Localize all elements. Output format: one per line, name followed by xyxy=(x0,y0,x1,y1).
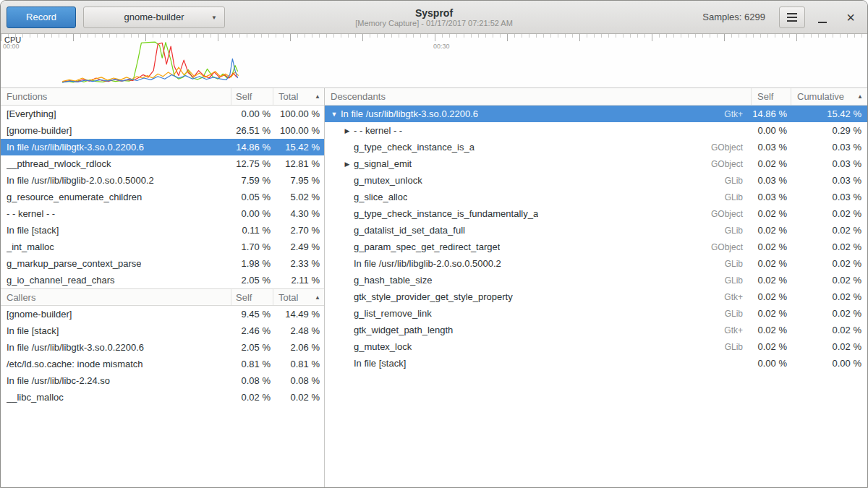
function-row[interactable]: g_resource_enumerate_children 0.05 % 5.0… xyxy=(1,189,324,205)
function-row[interactable]: - - kernel - - 0.00 % 4.30 % xyxy=(1,205,324,222)
descendant-row[interactable]: In file [stack] 0.00 % 0.00 % xyxy=(325,355,867,372)
function-name-cell: g_markup_parse_context_parse xyxy=(1,258,231,269)
indent-spacer xyxy=(328,346,341,347)
process-selector[interactable]: gnome-builder ▼ xyxy=(83,7,225,28)
self-percent: 7.59 % xyxy=(231,175,273,186)
descendant-row[interactable]: g_type_check_instance_is_a GObject 0.03 … xyxy=(325,139,867,155)
functions-self-column-header[interactable]: Self xyxy=(231,88,273,105)
function-row[interactable]: In file /usr/lib/libgtk-3.so.0.2200.6 14… xyxy=(1,139,324,155)
function-name: g_hash_table_size xyxy=(354,275,432,286)
library-category: GObject xyxy=(672,142,752,153)
descendant-row[interactable]: g_hash_table_size GLib 0.02 % 0.02 % xyxy=(325,272,867,288)
indent-spacer xyxy=(328,130,341,131)
descendant-row[interactable]: ▼ In file /usr/lib/libgtk-3.so.0.2200.6 … xyxy=(325,106,867,122)
indent-spacer xyxy=(328,330,341,330)
function-row[interactable]: In file /usr/lib/libglib-2.0.so.0.5000.2… xyxy=(1,172,324,189)
descendant-row[interactable]: g_slice_alloc GLib 0.03 % 0.03 % xyxy=(325,189,867,205)
descendant-row[interactable]: g_mutex_unlock GLib 0.03 % 0.03 % xyxy=(325,172,867,189)
menu-button[interactable] xyxy=(779,7,805,28)
record-button[interactable]: Record xyxy=(7,7,76,28)
function-row[interactable]: g_markup_parse_context_parse 1.98 % 2.33… xyxy=(1,255,324,272)
minimize-button[interactable] xyxy=(812,7,833,28)
caller-row[interactable]: In file /usr/lib/libc-2.24.so 0.08 % 0.0… xyxy=(1,372,324,389)
descendant-row[interactable]: In file /usr/lib/libglib-2.0.so.0.5000.2… xyxy=(325,255,867,272)
descendant-row[interactable]: gtk_style_provider_get_style_property Gt… xyxy=(325,288,867,305)
function-name: __pthread_rwlock_rdlock xyxy=(7,158,111,169)
descendant-row[interactable]: g_type_check_instance_is_fundamentally_a… xyxy=(325,205,867,222)
column-label: Callers xyxy=(7,292,35,303)
function-name-cell: g_type_check_instance_is_fundamentally_a xyxy=(325,208,672,219)
close-button[interactable]: × xyxy=(840,7,861,28)
total-percent: 7.95 % xyxy=(273,175,324,186)
self-percent: 0.02 % xyxy=(752,291,791,302)
function-row[interactable]: _int_malloc 1.70 % 2.49 % xyxy=(1,239,324,255)
caller-row[interactable]: In file /usr/lib/libgtk-3.so.0.2200.6 2.… xyxy=(1,339,324,356)
library-category: GObject xyxy=(672,242,752,252)
function-name-cell: __pthread_rwlock_rdlock xyxy=(1,158,231,169)
callers-total-column-header[interactable]: Total ▲ xyxy=(273,289,324,305)
function-name: In file /usr/lib/libc-2.24.so xyxy=(7,375,110,386)
tick-label-start: 00:00 xyxy=(3,43,20,50)
self-percent: 14.86 % xyxy=(752,108,791,119)
descendants-cumulative-column-header[interactable]: Cumulative ▲ xyxy=(791,88,867,105)
function-name: __libc_malloc xyxy=(7,392,64,403)
caller-row[interactable]: In file [stack] 2.46 % 2.48 % xyxy=(1,322,324,339)
indent-spacer xyxy=(328,296,341,297)
function-name-cell: g_type_check_instance_is_a xyxy=(325,142,672,153)
function-name-cell: g_param_spec_get_redirect_target xyxy=(325,241,672,252)
indent-spacer xyxy=(328,163,341,164)
caller-row[interactable]: __libc_malloc 0.02 % 0.02 % xyxy=(1,389,324,406)
cpu-timeline[interactable]: CPU 00:00 00:30 xyxy=(1,34,867,88)
process-selector-label: gnome-builder xyxy=(124,12,184,22)
descendant-row[interactable]: g_list_remove_link GLib 0.02 % 0.02 % xyxy=(325,305,867,322)
left-pane: Functions Self Total ▲ [Everything] 0.00… xyxy=(1,88,325,487)
descendant-row[interactable]: g_datalist_id_set_data_full GLib 0.02 % … xyxy=(325,222,867,239)
function-name-cell: [gnome-builder] xyxy=(1,309,231,320)
function-name: g_type_check_instance_is_fundamentally_a xyxy=(354,208,538,219)
library-category: GLib xyxy=(672,342,752,352)
cumulative-percent: 15.42 % xyxy=(791,108,867,119)
function-name-cell: In file [stack] xyxy=(1,325,231,336)
self-percent: 0.02 % xyxy=(752,341,791,352)
callers-column-header[interactable]: Callers xyxy=(1,289,231,305)
function-row[interactable]: In file [stack] 0.11 % 2.70 % xyxy=(1,222,324,239)
descendant-row[interactable]: gtk_widget_path_length Gtk+ 0.02 % 0.02 … xyxy=(325,322,867,338)
total-percent: 15.42 % xyxy=(273,142,324,153)
functions-column-header[interactable]: Functions xyxy=(1,88,231,105)
expander-icon[interactable]: ▶ xyxy=(341,160,354,168)
total-percent: 5.02 % xyxy=(273,192,324,202)
cumulative-percent: 0.02 % xyxy=(791,225,867,236)
cumulative-percent: 0.02 % xyxy=(791,308,867,319)
descendants-column-header[interactable]: Descendants xyxy=(325,88,752,105)
function-row[interactable]: [gnome-builder] 26.51 % 100.00 % xyxy=(1,122,324,139)
function-row[interactable]: [Everything] 0.00 % 100.00 % xyxy=(1,106,324,122)
expander-icon[interactable]: ▼ xyxy=(328,111,341,118)
caller-row[interactable]: /etc/ld.so.cache: inode mismatch 0.81 % … xyxy=(1,356,324,372)
library-category: GLib xyxy=(672,176,752,186)
function-row[interactable]: g_io_channel_read_chars 2.05 % 2.11 % xyxy=(1,272,324,288)
expander-icon[interactable]: ▶ xyxy=(341,127,354,134)
callers-self-column-header[interactable]: Self xyxy=(231,289,273,305)
cumulative-percent: 0.03 % xyxy=(791,192,867,202)
function-name-cell: ▼ In file /usr/lib/libgtk-3.so.0.2200.6 xyxy=(325,108,672,119)
indent-spacer xyxy=(328,180,341,181)
functions-total-column-header[interactable]: Total ▲ xyxy=(273,88,324,105)
descendant-row[interactable]: ▶ g_signal_emit GObject 0.02 % 0.03 % xyxy=(325,155,867,172)
library-category: Gtk+ xyxy=(672,292,752,302)
close-icon: × xyxy=(846,10,855,25)
function-name-cell: In file /usr/lib/libgtk-3.so.0.2200.6 xyxy=(1,342,231,353)
chevron-down-icon: ▼ xyxy=(211,14,217,20)
cumulative-percent: 0.02 % xyxy=(791,291,867,302)
descendants-pane: Descendants Self Cumulative ▲ ▼ In file … xyxy=(325,88,867,487)
indent-spacer xyxy=(328,263,341,264)
function-name-cell: In file /usr/lib/libc-2.24.so xyxy=(1,375,231,386)
function-row[interactable]: __pthread_rwlock_rdlock 12.75 % 12.81 % xyxy=(1,155,324,172)
descendant-row[interactable]: g_mutex_lock GLib 0.02 % 0.02 % xyxy=(325,338,867,355)
caller-row[interactable]: [gnome-builder] 9.45 % 14.49 % xyxy=(1,306,324,322)
column-label: Descendants xyxy=(331,91,386,102)
descendant-row[interactable]: ▶ - - kernel - - 0.00 % 0.29 % xyxy=(325,122,867,139)
self-percent: 12.75 % xyxy=(231,158,273,169)
descendants-self-column-header[interactable]: Self xyxy=(752,88,791,105)
total-percent: 12.81 % xyxy=(273,158,324,169)
descendant-row[interactable]: g_param_spec_get_redirect_target GObject… xyxy=(325,239,867,255)
